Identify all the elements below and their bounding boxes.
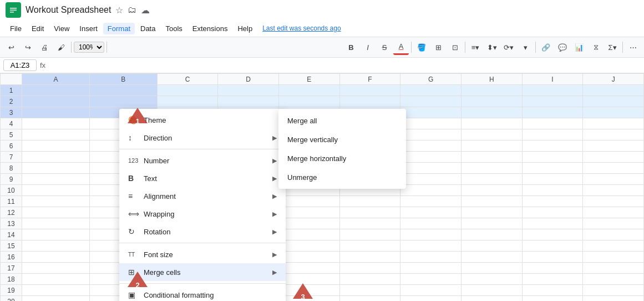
- cell-a17[interactable]: [22, 263, 89, 274]
- cell-h5[interactable]: [461, 129, 522, 141]
- row-header-15[interactable]: 15: [1, 240, 22, 252]
- row-header-16[interactable]: 16: [1, 252, 22, 263]
- cell-b1[interactable]: [89, 85, 157, 96]
- text-rotate-button[interactable]: ⟳▾: [501, 39, 516, 55]
- cell-g7[interactable]: [400, 152, 462, 163]
- cell-i7[interactable]: [522, 152, 583, 163]
- cell-g1[interactable]: [400, 85, 462, 96]
- cell-g13[interactable]: [400, 218, 462, 229]
- cell-h15[interactable]: [461, 240, 522, 252]
- cell-e1[interactable]: [278, 85, 339, 96]
- cell-e18[interactable]: [278, 274, 339, 285]
- cell-i4[interactable]: [522, 118, 583, 129]
- cell-a13[interactable]: [22, 218, 89, 229]
- cell-j10[interactable]: [583, 185, 644, 196]
- menu-theme[interactable]: 🎨 Theme: [119, 111, 286, 129]
- row-header-19[interactable]: 19: [1, 285, 22, 296]
- fill-color-button[interactable]: 🪣: [414, 39, 429, 55]
- cell-g8[interactable]: [400, 163, 462, 174]
- cloud-icon[interactable]: ☁: [141, 5, 150, 16]
- format-menu[interactable]: 🎨 Theme ↕ Direction ▶ 123 Number ▶ B Tex…: [119, 109, 286, 301]
- cell-e2[interactable]: [278, 96, 339, 107]
- cell-a3[interactable]: [22, 107, 89, 118]
- paint-format-button[interactable]: 🖌: [53, 39, 69, 55]
- cell-j16[interactable]: [583, 252, 644, 263]
- cell-h4[interactable]: [461, 118, 522, 129]
- row-header-18[interactable]: 18: [1, 274, 22, 285]
- print-button[interactable]: 🖨: [37, 39, 52, 55]
- cell-i2[interactable]: [522, 96, 583, 107]
- cell-g17[interactable]: [400, 263, 462, 274]
- menu-number[interactable]: 123 Number ▶: [119, 152, 286, 169]
- borders-button[interactable]: ⊞: [430, 39, 446, 55]
- row-header-4[interactable]: 4: [1, 118, 22, 129]
- cell-h11[interactable]: [461, 196, 522, 207]
- cell-i9[interactable]: [522, 174, 583, 185]
- menu-tools[interactable]: Tools: [161, 23, 186, 34]
- cell-i16[interactable]: [522, 252, 583, 263]
- valign-button[interactable]: ⬍▾: [484, 39, 500, 55]
- cell-i18[interactable]: [522, 274, 583, 285]
- function-button[interactable]: Σ▾: [605, 39, 620, 55]
- submenu-merge-all[interactable]: Merge all: [278, 111, 406, 130]
- last-edit[interactable]: Last edit was seconds ago: [262, 24, 341, 32]
- submenu-merge-horizontally[interactable]: Merge horizontally: [278, 149, 406, 168]
- cell-i14[interactable]: [522, 229, 583, 240]
- cell-h2[interactable]: [461, 96, 522, 107]
- cell-g19[interactable]: [400, 285, 462, 296]
- cell-a9[interactable]: [22, 174, 89, 185]
- cell-h12[interactable]: [461, 207, 522, 218]
- cell-i11[interactable]: [522, 196, 583, 207]
- cell-j14[interactable]: [583, 229, 644, 240]
- strikethrough-button[interactable]: S: [377, 39, 392, 55]
- font-color-button[interactable]: A: [393, 39, 409, 55]
- cell-i8[interactable]: [522, 163, 583, 174]
- menu-text[interactable]: B Text ▶: [119, 169, 286, 187]
- cell-h20[interactable]: [461, 296, 522, 302]
- cell-h6[interactable]: [461, 141, 522, 152]
- cell-h7[interactable]: [461, 152, 522, 163]
- cell-f1[interactable]: [339, 85, 400, 96]
- menu-edit[interactable]: Edit: [27, 23, 48, 34]
- cell-h16[interactable]: [461, 252, 522, 263]
- col-header-b[interactable]: B: [89, 74, 157, 85]
- cell-e11[interactable]: [278, 196, 339, 207]
- cell-i3[interactable]: [522, 107, 583, 118]
- formula-input[interactable]: [49, 61, 641, 69]
- cell-h14[interactable]: [461, 229, 522, 240]
- star-icon[interactable]: ☆: [115, 5, 123, 16]
- cell-c1[interactable]: [157, 85, 218, 96]
- cell-j11[interactable]: [583, 196, 644, 207]
- menu-font-size[interactable]: TT Font size ▶: [119, 245, 286, 263]
- cell-g20[interactable]: [400, 296, 462, 302]
- cell-g9[interactable]: [400, 174, 462, 185]
- cell-f16[interactable]: [339, 252, 400, 263]
- col-header-h[interactable]: H: [461, 74, 522, 85]
- cell-a2[interactable]: [22, 96, 89, 107]
- cell-c2[interactable]: [157, 96, 218, 107]
- cell-g6[interactable]: [400, 141, 462, 152]
- cell-j19[interactable]: [583, 285, 644, 296]
- merge-cells-submenu[interactable]: Merge all Merge vertically Merge horizon…: [278, 109, 406, 189]
- cell-g18[interactable]: [400, 274, 462, 285]
- cell-b2[interactable]: [89, 96, 157, 107]
- cell-e15[interactable]: [278, 240, 339, 252]
- cell-ref-input[interactable]: [3, 59, 37, 71]
- row-header-17[interactable]: 17: [1, 263, 22, 274]
- cell-i17[interactable]: [522, 263, 583, 274]
- cell-g2[interactable]: [400, 96, 462, 107]
- cell-a6[interactable]: [22, 141, 89, 152]
- cell-f20[interactable]: [339, 296, 400, 302]
- row-header-13[interactable]: 13: [1, 218, 22, 229]
- row-header-8[interactable]: 8: [1, 163, 22, 174]
- cell-a4[interactable]: [22, 118, 89, 129]
- cell-a10[interactable]: [22, 185, 89, 196]
- link-button[interactable]: 🔗: [538, 39, 554, 55]
- cell-j9[interactable]: [583, 174, 644, 185]
- col-header-f[interactable]: F: [339, 74, 400, 85]
- cell-j12[interactable]: [583, 207, 644, 218]
- menu-data[interactable]: Data: [136, 23, 160, 34]
- cell-a15[interactable]: [22, 240, 89, 252]
- cell-g12[interactable]: [400, 207, 462, 218]
- cell-j18[interactable]: [583, 274, 644, 285]
